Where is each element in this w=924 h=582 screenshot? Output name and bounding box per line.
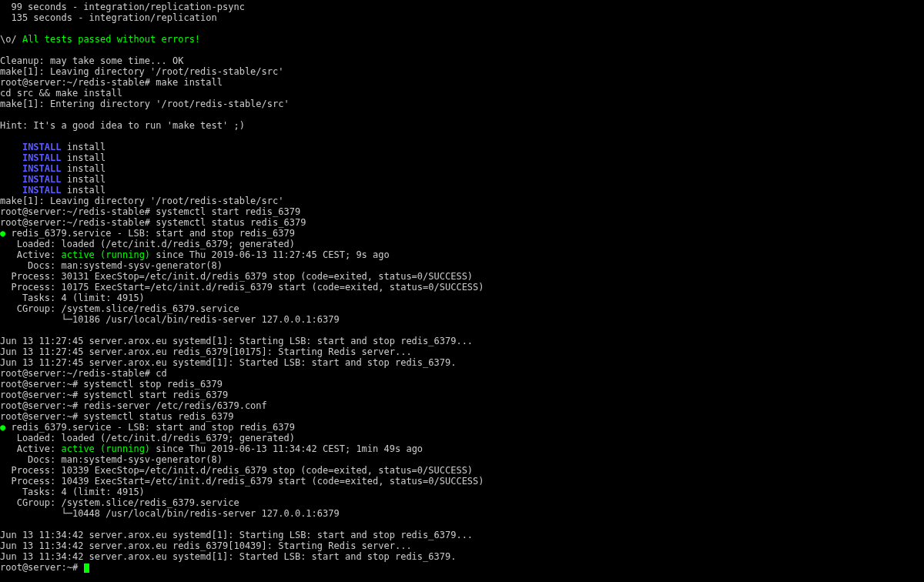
terminal-text — [0, 174, 22, 185]
terminal-text: Cleanup: may take some time... OK — [0, 55, 183, 66]
terminal-line: Active: active (running) since Thu 2019-… — [0, 249, 924, 260]
terminal-output[interactable]: 99 seconds - integration/replication-psy… — [0, 0, 924, 573]
terminal-text: root@server:~# — [0, 562, 83, 573]
terminal-line — [0, 45, 924, 55]
terminal-text: install — [61, 142, 105, 152]
terminal-text — [0, 185, 22, 196]
terminal-text: make[1]: Leaving directory '/root/redis-… — [0, 196, 283, 206]
terminal-text: Tasks: 4 (limit: 4915) — [0, 487, 145, 497]
terminal-text: since Thu 2019-06-13 11:27:45 CEST; 9s a… — [150, 249, 390, 260]
terminal-text: Jun 13 11:34:42 server.arox.eu systemd[1… — [0, 530, 473, 540]
terminal-text: Process: 10339 ExecStop=/etc/init.d/redi… — [0, 465, 473, 476]
terminal-line: Docs: man:systemd-sysv-generator(8) — [0, 260, 924, 271]
terminal-line: └─10448 /usr/local/bin/redis-server 127.… — [0, 508, 924, 519]
terminal-text: INSTALL — [22, 163, 62, 174]
terminal-text: Process: 10439 ExecStart=/etc/init.d/red… — [0, 476, 484, 487]
terminal-text — [0, 142, 22, 152]
terminal-line: Cleanup: may take some time... OK — [0, 55, 924, 66]
terminal-text: Jun 13 11:34:42 server.arox.eu redis_637… — [0, 540, 412, 551]
terminal-text: cd src && make install — [0, 88, 122, 99]
terminal-text: root@server:~# systemctl start redis_637… — [0, 390, 228, 400]
terminal-line: root@server:~# — [0, 562, 924, 573]
terminal-line: INSTALL install — [0, 185, 924, 196]
terminal-line: Loaded: loaded (/etc/init.d/redis_6379; … — [0, 433, 924, 443]
terminal-text: redis_6379.service - LSB: start and stop… — [5, 422, 295, 433]
terminal-line: Jun 13 11:34:42 server.arox.eu systemd[1… — [0, 551, 924, 562]
terminal-line: root@server:~# systemctl start redis_637… — [0, 390, 924, 400]
terminal-text: root@server:~/redis-stable# systemctl st… — [0, 206, 300, 217]
terminal-text: Process: 30131 ExecStop=/etc/init.d/redi… — [0, 271, 473, 282]
terminal-text: redis_6379.service - LSB: start and stop… — [5, 228, 295, 239]
terminal-line — [0, 519, 924, 530]
terminal-text: Docs: man:systemd-sysv-generator(8) — [0, 454, 223, 465]
terminal-line — [0, 109, 924, 120]
terminal-text: Active: — [0, 443, 61, 454]
terminal-line: make[1]: Entering directory '/root/redis… — [0, 99, 924, 109]
terminal-text: Loaded: loaded (/etc/init.d/redis_6379; … — [0, 239, 295, 249]
terminal-text: INSTALL — [22, 142, 62, 152]
terminal-text: 99 seconds - integration/replication-psy… — [0, 2, 245, 12]
terminal-text: since Thu 2019-06-13 11:34:42 CEST; 1min… — [150, 443, 423, 454]
terminal-text: Loaded: loaded (/etc/init.d/redis_6379; … — [0, 433, 295, 443]
terminal-text: root@server:~# redis-server /etc/redis/6… — [0, 400, 267, 411]
terminal-line: Process: 10175 ExecStart=/etc/init.d/red… — [0, 282, 924, 293]
terminal-text: Tasks: 4 (limit: 4915) — [0, 293, 145, 303]
terminal-line: 99 seconds - integration/replication-psy… — [0, 2, 924, 12]
terminal-line: root@server:~# systemctl status redis_63… — [0, 411, 924, 422]
terminal-line — [0, 325, 924, 336]
terminal-line: ● redis_6379.service - LSB: start and st… — [0, 422, 924, 433]
terminal-line: Jun 13 11:27:45 server.arox.eu redis_637… — [0, 346, 924, 357]
terminal-line: Tasks: 4 (limit: 4915) — [0, 487, 924, 497]
terminal-line: Jun 13 11:27:45 server.arox.eu systemd[1… — [0, 336, 924, 346]
terminal-line: \o/ All tests passed without errors! — [0, 34, 924, 45]
terminal-text: └─10448 /usr/local/bin/redis-server 127.… — [0, 508, 340, 519]
terminal-line: INSTALL install — [0, 152, 924, 163]
terminal-text — [0, 163, 22, 174]
terminal-line: INSTALL install — [0, 142, 924, 152]
terminal-text: Active: — [0, 249, 61, 260]
terminal-line: INSTALL install — [0, 163, 924, 174]
terminal-line: root@server:~/redis-stable# cd — [0, 368, 924, 379]
terminal-text: Hint: It's a good idea to run 'make test… — [0, 120, 245, 131]
terminal-line: CGroup: /system.slice/redis_6379.service — [0, 303, 924, 314]
terminal-line: make[1]: Leaving directory '/root/redis-… — [0, 66, 924, 77]
terminal-line — [0, 23, 924, 34]
terminal-line: Docs: man:systemd-sysv-generator(8) — [0, 454, 924, 465]
terminal-text: CGroup: /system.slice/redis_6379.service — [0, 497, 239, 508]
terminal-text: INSTALL — [22, 152, 62, 163]
terminal-text: Jun 13 11:27:45 server.arox.eu redis_637… — [0, 346, 412, 357]
terminal-line: Process: 30131 ExecStop=/etc/init.d/redi… — [0, 271, 924, 282]
terminal-text: 135 seconds - integration/replication — [0, 12, 217, 23]
terminal-line: root@server:~/redis-stable# systemctl st… — [0, 206, 924, 217]
terminal-line: cd src && make install — [0, 88, 924, 99]
terminal-text: active (running) — [61, 249, 150, 260]
terminal-line: Process: 10339 ExecStop=/etc/init.d/redi… — [0, 465, 924, 476]
terminal-text: make[1]: Leaving directory '/root/redis-… — [0, 66, 283, 77]
terminal-text: root@server:~/redis-stable# cd — [0, 368, 167, 379]
terminal-text: root@server:~# systemctl stop redis_6379 — [0, 379, 223, 390]
terminal-line: Active: active (running) since Thu 2019-… — [0, 443, 924, 454]
terminal-text: install — [61, 185, 105, 196]
terminal-text: CGroup: /system.slice/redis_6379.service — [0, 303, 239, 314]
terminal-line: root@server:~/redis-stable# make install — [0, 77, 924, 88]
terminal-line: 135 seconds - integration/replication — [0, 12, 924, 23]
terminal-text: All tests passed without errors! — [22, 34, 200, 45]
terminal-text: root@server:~/redis-stable# systemctl st… — [0, 217, 306, 228]
terminal-text: Jun 13 11:34:42 server.arox.eu systemd[1… — [0, 551, 456, 562]
terminal-text: Jun 13 11:27:45 server.arox.eu systemd[1… — [0, 357, 456, 368]
terminal-line: └─10186 /usr/local/bin/redis-server 127.… — [0, 314, 924, 325]
terminal-line: Jun 13 11:34:42 server.arox.eu systemd[1… — [0, 530, 924, 540]
terminal-text: make[1]: Entering directory '/root/redis… — [0, 99, 290, 109]
terminal-line — [0, 131, 924, 142]
terminal-line: Loaded: loaded (/etc/init.d/redis_6379; … — [0, 239, 924, 249]
terminal-text: install — [61, 163, 105, 174]
terminal-line: root@server:~# redis-server /etc/redis/6… — [0, 400, 924, 411]
terminal-line: Jun 13 11:27:45 server.arox.eu systemd[1… — [0, 357, 924, 368]
terminal-line: Jun 13 11:34:42 server.arox.eu redis_637… — [0, 540, 924, 551]
terminal-text: INSTALL — [22, 174, 62, 185]
terminal-line: root@server:~/redis-stable# systemctl st… — [0, 217, 924, 228]
terminal-text — [0, 152, 22, 163]
terminal-text: install — [61, 152, 105, 163]
terminal-text: Process: 10175 ExecStart=/etc/init.d/red… — [0, 282, 484, 293]
terminal-text: Docs: man:systemd-sysv-generator(8) — [0, 260, 223, 271]
